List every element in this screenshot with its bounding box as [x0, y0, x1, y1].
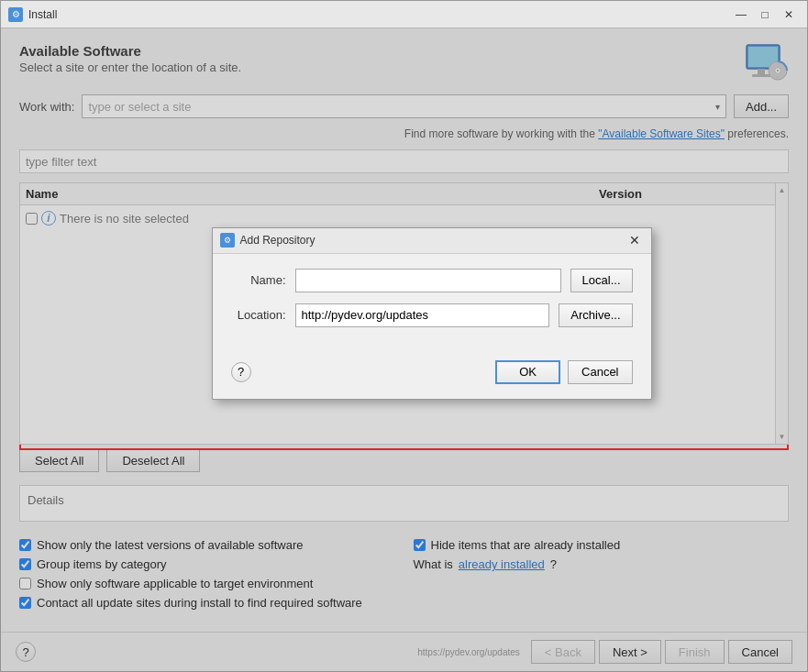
dialog-icon: ⚙	[220, 233, 235, 248]
local-button[interactable]: Local...	[570, 269, 633, 292]
dialog-location-row: Location: Archive...	[231, 303, 633, 327]
minimize-button[interactable]: ―	[730, 5, 752, 25]
window-title: Install	[28, 8, 730, 21]
dialog-action-buttons: OK Cancel	[495, 360, 632, 384]
dialog-name-row: Name: Local...	[231, 269, 633, 292]
dialog-close-button[interactable]: ✕	[625, 231, 644, 249]
dialog-name-label: Name:	[231, 273, 286, 287]
dialog-help-button[interactable]: ?	[231, 362, 251, 382]
archive-button[interactable]: Archive...	[559, 303, 632, 327]
dialog-name-input[interactable]	[295, 269, 561, 292]
main-window: ⚙ Install ― □ ✕ Available Software Selec…	[0, 0, 808, 672]
dialog-title-bar: ⚙ Add Repository ✕	[213, 228, 651, 254]
title-bar: ⚙ Install ― □ ✕	[1, 1, 807, 28]
dialog-content: Name: Local... Location: Archive...	[213, 254, 651, 353]
add-repository-dialog: ⚙ Add Repository ✕ Name: Local... Locati…	[212, 227, 652, 400]
dialog-location-input[interactable]	[295, 303, 550, 327]
window-controls: ― □ ✕	[730, 5, 800, 25]
dialog-location-label: Location:	[231, 308, 286, 322]
close-button[interactable]: ✕	[778, 5, 800, 25]
ok-button[interactable]: OK	[495, 360, 560, 384]
dialog-footer: ? OK Cancel	[213, 353, 651, 399]
modal-overlay: ⚙ Add Repository ✕ Name: Local... Locati…	[0, 28, 808, 672]
dialog-title: Add Repository	[240, 234, 625, 247]
window-icon: ⚙	[8, 7, 23, 22]
dialog-cancel-button[interactable]: Cancel	[568, 360, 632, 384]
maximize-button[interactable]: □	[754, 5, 776, 25]
